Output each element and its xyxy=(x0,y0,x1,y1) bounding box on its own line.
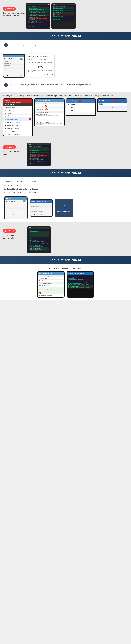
repeat-home2-icon[interactable]: ○ xyxy=(41,214,42,215)
obd2-elm-label: ELM327 Adapter preference xyxy=(36,122,63,123)
conn-usb-option[interactable]: USB xyxy=(66,109,95,112)
repeat-home-icon[interactable]: ○ xyxy=(16,217,16,218)
faster-obd2-phone: OBD2 Adapter Settings Connection setting… xyxy=(37,271,64,298)
bt-toggle[interactable] xyxy=(20,58,23,60)
faster-bt-device[interactable]: Bluetooth Device xyxy=(38,280,64,282)
torque-manage-pfc[interactable]: ⚡ Manage vPFC/Sensors xyxy=(4,133,32,136)
dialog-cancel-btn[interactable]: CANCEL xyxy=(43,74,49,75)
question1-text: If you meet the problem like the picture… xyxy=(3,12,25,17)
phone2-ecu-label: Connection to ECU xyxy=(54,12,73,13)
phone2-conn-label: Connection to adapter xyxy=(54,10,73,11)
phone1-conn-val: The adapter talks OK to the vehicle ECU xyxy=(29,12,48,13)
phone1-error-val: This should say 0. If it did then this a… xyxy=(29,18,48,20)
bt-device-name-row: Device name xyxy=(4,62,24,64)
usb-radio[interactable] xyxy=(68,110,69,112)
repeat-back2-icon[interactable]: ◀ xyxy=(34,214,35,215)
obd2-settings-screen: OBD2 Adapter Settings Connection setting… xyxy=(35,99,64,126)
torque-connection[interactable]: 🔗 Connection settings 1 xyxy=(4,118,32,121)
obd2-conn-type[interactable]: Connection Type 2 xyxy=(35,104,64,108)
phone2-notes: Adapter Notes xyxy=(53,19,74,20)
q3-mpg: Enhanced MPG Calculation Whether the OBD… xyxy=(28,245,49,247)
step2-text: Open the "setting" of your android,and s… xyxy=(10,83,93,86)
phone1-screen: 12:00 ▪▪▪ Adapter Status Information Blu… xyxy=(27,4,50,28)
torque-conn-icon: 🔗 xyxy=(4,119,6,120)
torque-themes[interactable]: 🎨 Themes xyxy=(4,109,32,112)
bluetooth-area: Bluetooth Turn on Bluetooth Visibility D… xyxy=(0,52,131,80)
obd2-bt-autoconn[interactable]: Bluetooth AutoConnect Only if BT was alr… xyxy=(35,114,64,117)
faster-faster-comm[interactable]: Faster communication Some ELM327 adapter… xyxy=(38,287,64,294)
dialog-checkbox-row: Allow OBD to access your contacts and ca… xyxy=(28,70,53,72)
obd2-bt-autoconn-label: Bluetooth AutoConnect xyxy=(36,114,63,115)
phone2-error: Adapter Error Count xyxy=(53,14,74,16)
torque-speech[interactable]: 🔊 Speech/Alarm Settings xyxy=(4,127,32,130)
faster-elm-pref[interactable]: ELM327 Adapter preference xyxy=(38,294,64,297)
conn-bt-option[interactable]: Bluetooth xyxy=(66,103,95,106)
obd2-advanced-section: ADVANCED SETTINGS xyxy=(35,111,64,114)
q2-screen-title: Adapter Status Information xyxy=(28,146,49,147)
bt-device2[interactable]: OBDII [AA:BB:CC:11:22:33] xyxy=(98,106,127,108)
faster-badge-1: 1 xyxy=(39,292,41,294)
torque-general-pref[interactable]: ⚙ General Preferences xyxy=(4,106,32,109)
dialog-pin: 1234 xyxy=(28,66,53,69)
torque-dash-install[interactable]: 📱 Dash Installation settings xyxy=(4,124,32,127)
faster-bt-autoconn[interactable]: Bluetooth AutoConnect xyxy=(38,284,64,287)
conn-cancel-btn[interactable]: CANCEL xyxy=(66,112,95,116)
q2-phone-screen: 12:00 ▪▪▪ Adapter Status Information Blu… xyxy=(28,144,50,165)
repeat-recent2-icon[interactable]: □ xyxy=(48,214,49,215)
repeat-no-devices: No other devices found xyxy=(30,210,52,213)
repeat-back-icon[interactable]: ◀ xyxy=(8,217,10,218)
phone1-notes-label: Adapter Notes xyxy=(28,26,49,27)
faster-conn-type[interactable]: Connection Type xyxy=(38,277,64,280)
phone2-bt-label: Bluetooth Enabled xyxy=(54,8,73,9)
phone2-bt: Bluetooth Enabled xyxy=(53,7,74,9)
bt-toggle-row: Turn on Bluetooth xyxy=(4,58,24,60)
bt-home-icon[interactable]: ○ xyxy=(14,75,14,76)
repeat-paired-header: Paired devices xyxy=(5,209,27,211)
bt-recent-icon[interactable]: □ xyxy=(20,75,20,76)
torque-units[interactable]: 📐 Units xyxy=(4,115,32,118)
torque-subtitle: Engine Management/Car Performance xyxy=(4,102,21,103)
obd2-elm-init[interactable]: ELM327 Adapter preference Experimental: … xyxy=(35,121,64,126)
phone2-conn-ecu: Connection to ECU xyxy=(53,12,74,14)
torque-plugins[interactable]: 🔌 Plugins xyxy=(4,112,32,115)
bt-visibility-label: Visibility xyxy=(4,60,8,62)
dialog-checkbox[interactable] xyxy=(28,70,30,72)
repeat-bt-toggle[interactable] xyxy=(23,200,26,202)
obd2-faster-comm[interactable]: Faster communication Some ELM327 adapter… xyxy=(35,117,64,121)
phone1-mfr-label: Adapter Manufacturer xyxy=(28,21,49,22)
repeat-phones-area: Bluetooth Turn on Bluetooth Visibility D… xyxy=(4,196,127,219)
torque-manage-alarms[interactable]: 🔔 Manage Alarms xyxy=(4,130,32,133)
q2-version: Adapter Version The firmware version of … xyxy=(28,160,49,162)
phone2-mockup: 12:00 ▪▪▪ Adapter Status Information Blu… xyxy=(52,3,76,29)
badge-1: 1 xyxy=(29,118,31,120)
bt-device1[interactable]: 小米手机auto [34:80:B3:04:5E:58] xyxy=(98,103,127,106)
bt-back-icon[interactable]: ◀ xyxy=(7,75,8,76)
torque-header: TORQUE Engine Management/Car Performance xyxy=(4,99,32,104)
obd2-settings-phone: OBD2 Adapter Settings Connection setting… xyxy=(34,98,64,126)
q3-adapter-screen: Adapter Status Information Bluetooth Ena… xyxy=(28,228,50,252)
question2-text: Appear "Adapter Error count" xyxy=(3,150,25,156)
bt-radio[interactable] xyxy=(68,104,69,105)
step1-number: 1 xyxy=(4,43,8,47)
torque-plugins-icon: 🔌 xyxy=(4,112,6,114)
phone1-conn-adapter: Connection to adapter The adapter talks … xyxy=(28,10,49,13)
badge-4: 4 xyxy=(78,100,81,102)
repeat-unpair-row[interactable]: Unpair xyxy=(30,203,52,206)
obd2-bt-device[interactable]: Bluetooth Device 3 xyxy=(35,108,64,111)
dialog-ok-btn[interactable]: OK xyxy=(51,74,53,75)
faster-phones: OBD2 Adapter Settings Connection setting… xyxy=(4,271,127,298)
torque-data-logging[interactable]: 📊 Data Logging & Upload xyxy=(4,121,32,124)
wifi-radio[interactable] xyxy=(68,107,69,108)
bt-settings-icon[interactable]: ⚙ xyxy=(22,69,23,70)
conn-wifi-option[interactable]: WiFi xyxy=(66,106,95,109)
bt-cancel-btn[interactable]: CANCEL xyxy=(98,108,127,112)
torque-themes-icon: 🎨 xyxy=(4,110,6,111)
phone2-adapter-screen: Adapter Status Information Bluetooth Ena… xyxy=(52,5,75,22)
repeat-find-more: Can't find the target device? More avail… xyxy=(5,213,27,216)
dialog-buttons: CANCEL OK xyxy=(28,74,53,75)
repeat-bt-toggle-row: Turn on Bluetooth xyxy=(5,200,27,203)
repeat-recent-icon[interactable]: □ xyxy=(22,217,23,218)
terms-banner-2: Terms of settlement xyxy=(0,169,131,177)
phone1-ecu-val: The adapter talks OK to the vehicle ECU xyxy=(29,15,48,16)
q2-conn-adapter: Connection to adapter xyxy=(28,149,49,151)
